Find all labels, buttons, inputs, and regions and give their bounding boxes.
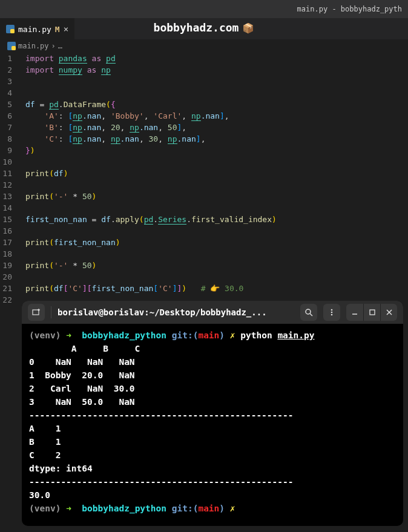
breadcrumb[interactable]: main.py › … xyxy=(0,39,408,53)
line-number: 6 xyxy=(0,110,12,122)
tab-close-icon[interactable]: × xyxy=(64,24,68,34)
title-bar: main.py - bobbyhadz_pyth xyxy=(0,0,408,18)
python-file-icon xyxy=(7,42,16,50)
window-title: main.py - bobbyhadz_pyth xyxy=(297,5,402,13)
minimize-button[interactable] xyxy=(346,304,363,321)
terminal-new-tab-button[interactable] xyxy=(28,304,45,321)
close-button[interactable] xyxy=(380,304,397,321)
minimize-icon xyxy=(351,309,358,316)
svg-point-11 xyxy=(331,314,333,316)
svg-point-7 xyxy=(306,309,311,314)
tab-main-py[interactable]: main.py M × xyxy=(0,18,74,39)
line-number: 13 xyxy=(0,191,12,202)
close-icon xyxy=(386,309,393,316)
line-number: 12 xyxy=(0,179,12,191)
terminal-title: borislav@borislav:~/Desktop/bobbyhadz_..… xyxy=(58,307,294,317)
line-number: 8 xyxy=(0,133,12,145)
terminal-window: borislav@borislav:~/Desktop/bobbyhadz_..… xyxy=(22,301,403,526)
line-number: 21 xyxy=(0,283,12,294)
terminal-menu-button[interactable] xyxy=(323,304,340,321)
line-number: 22 xyxy=(0,294,12,306)
line-number: 16 xyxy=(0,225,12,237)
svg-rect-13 xyxy=(370,310,375,315)
line-number: 4 xyxy=(0,87,12,99)
svg-point-10 xyxy=(331,312,333,314)
breadcrumb-more: … xyxy=(58,42,62,50)
svg-rect-4 xyxy=(33,310,39,315)
maximize-button[interactable] xyxy=(363,304,380,321)
line-number: 10 xyxy=(0,156,12,168)
line-number: 7 xyxy=(0,122,12,133)
line-number: 11 xyxy=(0,168,12,179)
svg-rect-1 xyxy=(10,29,15,33)
code-editor[interactable]: 1 2 3 4 5 6 7 8 9 10 11 12 13 14 15 16 1… xyxy=(0,53,408,301)
code-content[interactable]: import pandas as pd import numpy as np d… xyxy=(18,53,408,301)
line-number: 5 xyxy=(0,99,12,110)
search-icon xyxy=(304,308,313,317)
terminal-body[interactable]: (venv) ➜ bobbyhadz_python git:(main) ✗ p… xyxy=(22,324,403,520)
breadcrumb-separator: › xyxy=(51,42,56,50)
line-number: 18 xyxy=(0,248,12,260)
line-number-gutter: 1 2 3 4 5 6 7 8 9 10 11 12 13 14 15 16 1… xyxy=(0,53,18,301)
watermark: bobbyhadz.com📦 xyxy=(154,21,255,34)
window-controls xyxy=(346,304,397,321)
line-number: 20 xyxy=(0,271,12,283)
line-number: 2 xyxy=(0,64,12,76)
line-number: 14 xyxy=(0,202,12,214)
svg-rect-3 xyxy=(12,46,16,50)
python-file-icon xyxy=(6,25,15,33)
line-number: 1 xyxy=(0,53,12,64)
line-number: 9 xyxy=(0,145,12,156)
watermark-box-icon: 📦 xyxy=(242,22,254,34)
terminal-header: borislav@borislav:~/Desktop/bobbyhadz_..… xyxy=(22,301,403,324)
watermark-text: bobbyhadz.com xyxy=(154,21,239,34)
tab-filename: main.py xyxy=(18,25,51,34)
line-number: 17 xyxy=(0,237,12,248)
line-number: 15 xyxy=(0,214,12,225)
tab-modified-indicator: M xyxy=(55,25,60,34)
separator xyxy=(51,306,51,318)
maximize-icon xyxy=(369,309,376,316)
menu-icon xyxy=(327,308,336,317)
breadcrumb-filename: main.py xyxy=(18,42,49,50)
line-number: 3 xyxy=(0,76,12,87)
terminal-search-button[interactable] xyxy=(300,304,317,321)
line-number: 19 xyxy=(0,260,12,271)
svg-point-9 xyxy=(331,309,333,311)
svg-line-8 xyxy=(310,314,312,316)
new-tab-icon xyxy=(32,308,41,317)
